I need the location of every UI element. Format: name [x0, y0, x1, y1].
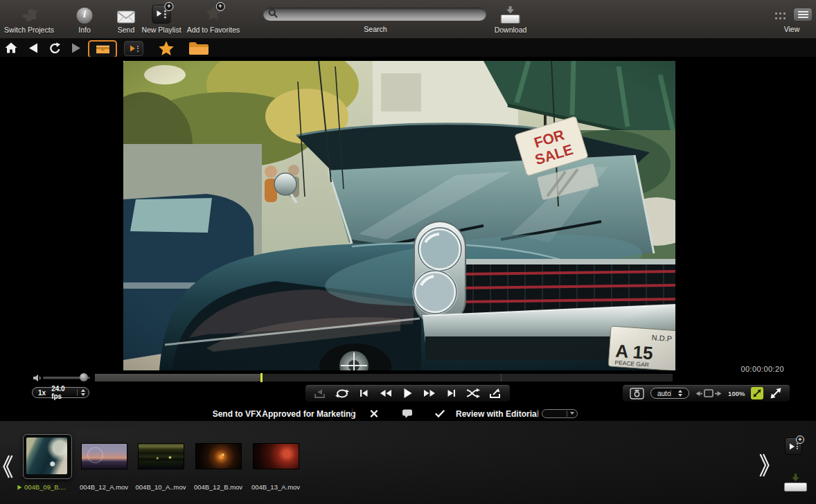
search-label: Search — [364, 25, 387, 33]
app-window: Switch Projects Info Send — [0, 0, 816, 504]
fit-to-window-button[interactable] — [751, 387, 763, 399]
fullscreen-button[interactable] — [770, 386, 783, 400]
home-button[interactable] — [5, 39, 17, 57]
plus-badge-icon — [215, 2, 224, 11]
add-clip-to-playlist-button[interactable] — [785, 438, 802, 455]
play-icon — [403, 388, 412, 399]
comment-button[interactable] — [402, 406, 413, 421]
back-button[interactable] — [28, 39, 38, 57]
playlist-play-icon — [130, 45, 136, 52]
favorite-star-toggle[interactable] — [158, 39, 175, 57]
speech-bubble-icon — [402, 409, 413, 418]
info-icon — [77, 0, 93, 24]
playing-indicator-icon — [17, 485, 22, 490]
status-dropdown[interactable] — [542, 409, 578, 418]
zoom-box-icon[interactable] — [704, 389, 713, 397]
clip-thumbnail[interactable] — [139, 444, 184, 469]
plus-badge-icon — [796, 435, 804, 444]
clip-label: 004B_10_A..mov — [136, 483, 186, 491]
clip-label: 004B_12_A.mov — [80, 483, 128, 491]
timeline-scrubber[interactable] — [95, 374, 673, 381]
rewind-icon — [380, 389, 392, 397]
shuffle-button[interactable] — [465, 386, 481, 400]
clip-label: 004B_13_A.mov — [251, 483, 300, 491]
scale-mode-stepper[interactable] — [671, 390, 685, 397]
loop-section-button[interactable] — [312, 386, 328, 400]
fps-value: 24.0 fps — [51, 385, 77, 400]
video-still: FOR SALE — [123, 61, 675, 370]
tray-in-icon — [314, 388, 326, 399]
clip-thumbnail-selected[interactable] — [23, 434, 72, 479]
fast-forward-button[interactable] — [422, 386, 437, 400]
grid-view-button[interactable] — [775, 11, 788, 24]
new-playlist-button[interactable]: New Playlist — [141, 0, 181, 38]
filmstrip-scroll-left-button[interactable] — [2, 454, 13, 479]
clip-label-selected: 004B_09_B.... — [17, 483, 66, 491]
player-view-button[interactable] — [88, 40, 117, 58]
download-clip-button[interactable] — [783, 474, 807, 492]
checkmark-icon — [435, 410, 445, 417]
timecode: 00:00:00:20 — [740, 365, 784, 373]
clip-thumbnail[interactable] — [196, 444, 241, 469]
go-to-end-button[interactable] — [444, 386, 459, 400]
rewind-button[interactable] — [378, 386, 393, 400]
loop-icon — [335, 388, 349, 399]
folder-button[interactable] — [188, 39, 209, 57]
zoom-in-icon[interactable] — [715, 390, 722, 397]
review-with-editorial-button[interactable]: Review with Editorial — [456, 406, 539, 421]
switch-projects-label: Switch Projects — [4, 26, 54, 34]
plus-badge-icon — [165, 2, 174, 11]
clip-thumbnail[interactable] — [254, 444, 299, 469]
transport-bar — [305, 384, 511, 402]
clip-label: 004B_12_B.mov — [194, 483, 242, 491]
download-arrow-icon — [791, 474, 800, 482]
scale-mode-value: auto — [657, 390, 671, 397]
play-export-button[interactable] — [488, 386, 503, 400]
new-playlist-icon — [152, 5, 171, 24]
playlist-dots-icon — [137, 46, 139, 52]
forward-button[interactable] — [71, 39, 81, 57]
scale-mode-select[interactable]: auto — [650, 388, 689, 399]
nav-toolbar: ➤ Files ➤ Dailies - Unreleased ➤ Day 005… — [0, 39, 816, 57]
view-controls-bar: auto 100% — [622, 384, 790, 402]
reject-button[interactable] — [371, 406, 378, 421]
send-to-vfx-button[interactable]: Send to VFX — [213, 406, 262, 421]
send-button[interactable]: Send — [117, 0, 136, 38]
speed-stepper[interactable] — [77, 389, 85, 396]
new-playlist-label: New Playlist — [141, 26, 181, 34]
fit-icon — [752, 388, 762, 398]
chevron-right-icon — [759, 453, 770, 478]
info-button[interactable]: Info — [77, 0, 93, 38]
download-button[interactable]: Download — [495, 0, 527, 38]
fast-forward-icon — [423, 389, 436, 397]
switch-projects-button[interactable]: Switch Projects — [4, 0, 54, 38]
inbox-icon — [95, 44, 111, 55]
home-icon — [5, 42, 17, 53]
snapshot-button[interactable] — [630, 386, 644, 400]
add-to-favorites-button[interactable]: Add to Favorites — [187, 0, 240, 38]
play-button[interactable] — [400, 386, 416, 400]
playlist-view-button[interactable] — [124, 41, 143, 56]
zoom-out-icon[interactable] — [695, 390, 702, 397]
refresh-button[interactable] — [49, 39, 61, 57]
playhead[interactable] — [260, 373, 263, 382]
favorites-label: Add to Favorites — [187, 26, 240, 34]
star-icon — [158, 40, 175, 56]
clip-thumbnail[interactable] — [82, 444, 127, 469]
playback-speed-control[interactable]: 1x 24.0 fps — [32, 387, 89, 398]
approved-for-marketing-button[interactable]: Approved for Marketing — [262, 406, 355, 421]
filmstrip-scroll-right-button[interactable] — [759, 453, 770, 478]
clip-thumbnail-image — [26, 438, 67, 474]
folder-icon — [188, 41, 209, 55]
download-label: Download — [495, 26, 527, 34]
playlist-dots-icon — [797, 443, 798, 449]
loop-button[interactable] — [335, 386, 350, 400]
go-to-start-button[interactable] — [356, 386, 371, 400]
search-input[interactable] — [263, 8, 486, 21]
shuffle-icon — [466, 388, 480, 398]
approve-button[interactable] — [435, 406, 445, 421]
list-view-button[interactable] — [794, 8, 812, 21]
volume-knob[interactable] — [80, 373, 88, 381]
video-frame[interactable]: FOR SALE — [123, 61, 675, 370]
zoom-percent: 100% — [728, 390, 745, 397]
